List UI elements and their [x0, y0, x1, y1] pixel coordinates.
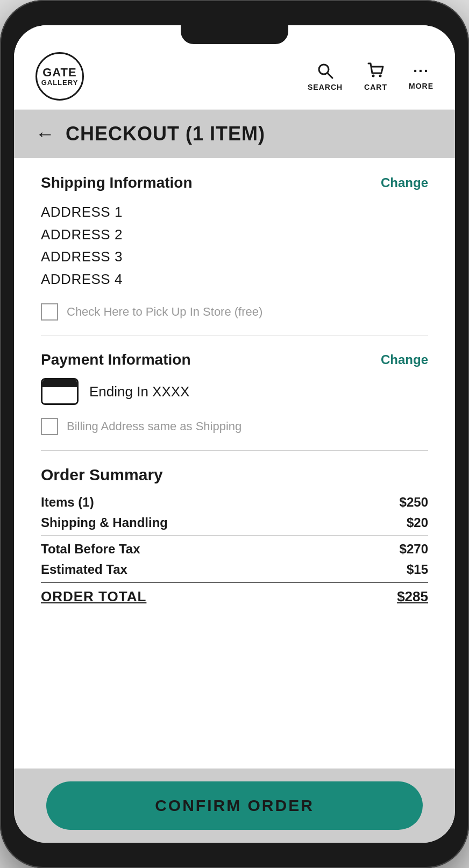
- shipping-section-header: Shipping Information Change: [41, 174, 428, 191]
- cart-label: CART: [364, 83, 387, 91]
- payment-row: Ending In XXXX: [41, 378, 428, 405]
- pickup-checkbox[interactable]: [41, 303, 58, 321]
- page-header: ← CHECKOUT (1 ITEM): [14, 110, 455, 158]
- subtotal-row: Total Before Tax $270: [41, 542, 428, 557]
- payment-section-header: Payment Information Change: [41, 351, 428, 368]
- main-content: Shipping Information Change ADDRESS 1 AD…: [14, 158, 455, 769]
- address-block: ADDRESS 1 ADDRESS 2 ADDRESS 3 ADDRESS 4: [41, 201, 428, 290]
- subtotal-divider: [41, 536, 428, 536]
- more-nav-item[interactable]: ··· MORE: [409, 62, 434, 90]
- confirm-button-label: CONFIRM ORDER: [155, 796, 314, 815]
- payment-divider: [41, 450, 428, 451]
- tax-label: Estimated Tax: [41, 562, 127, 577]
- subtotal-value: $270: [400, 542, 428, 557]
- items-row: Items (1) $250: [41, 495, 428, 510]
- search-icon: [316, 61, 335, 81]
- card-body: [42, 387, 77, 403]
- logo[interactable]: GATE GALLERY: [35, 52, 84, 101]
- more-dots-icon: ···: [413, 62, 429, 80]
- order-total-label: ORDER TOTAL: [41, 588, 146, 605]
- pickup-label: Check Here to Pick Up In Store (free): [67, 305, 262, 319]
- total-divider: [41, 582, 428, 583]
- order-summary-title: Order Summary: [41, 466, 428, 484]
- card-icon: [41, 378, 79, 405]
- search-nav-item[interactable]: SEARCH: [308, 61, 343, 91]
- logo-gate-text: GATE: [42, 66, 76, 79]
- more-label: MORE: [409, 82, 434, 90]
- nav-icons: SEARCH CART ··· MORE: [308, 61, 434, 91]
- confirm-order-button[interactable]: CONFIRM ORDER: [46, 781, 423, 830]
- address-line-1: ADDRESS 1: [41, 201, 428, 224]
- page-title: CHECKOUT (1 ITEM): [66, 123, 265, 145]
- svg-line-1: [328, 73, 332, 78]
- order-total-value: $285: [397, 588, 428, 605]
- svg-point-3: [379, 75, 381, 77]
- cart-nav-item[interactable]: CART: [364, 61, 387, 91]
- shipping-handling-value: $20: [407, 515, 428, 530]
- address-line-4: ADDRESS 4: [41, 268, 428, 291]
- items-label: Items (1): [41, 495, 94, 510]
- items-value: $250: [400, 495, 428, 510]
- address-line-2: ADDRESS 2: [41, 224, 428, 246]
- order-summary-table: Items (1) $250 Shipping & Handling $20 T…: [41, 495, 428, 605]
- pickup-checkbox-row: Check Here to Pick Up In Store (free): [41, 303, 428, 321]
- shipping-handling-label: Shipping & Handling: [41, 515, 168, 530]
- shipping-change-button[interactable]: Change: [381, 175, 428, 190]
- back-button[interactable]: ←: [35, 123, 55, 145]
- tax-value: $15: [407, 562, 428, 577]
- payment-title: Payment Information: [41, 351, 190, 368]
- svg-point-2: [372, 75, 374, 77]
- search-label: SEARCH: [308, 83, 343, 91]
- tax-row: Estimated Tax $15: [41, 562, 428, 577]
- billing-label: Billing Address same as Shipping: [67, 419, 241, 433]
- shipping-row: Shipping & Handling $20: [41, 515, 428, 530]
- bottom-bar: CONFIRM ORDER: [14, 769, 455, 843]
- subtotal-label: Total Before Tax: [41, 542, 140, 557]
- billing-checkbox-row: Billing Address same as Shipping: [41, 418, 428, 435]
- shipping-title: Shipping Information: [41, 174, 193, 191]
- shipping-divider: [41, 336, 428, 336]
- card-ending-text: Ending In XXXX: [89, 383, 189, 400]
- address-line-3: ADDRESS 3: [41, 246, 428, 268]
- order-total-row: ORDER TOTAL $285: [41, 588, 428, 605]
- cart-icon: [366, 61, 386, 81]
- payment-change-button[interactable]: Change: [381, 352, 428, 367]
- card-stripe: [42, 380, 77, 387]
- billing-checkbox[interactable]: [41, 418, 58, 435]
- logo-gallery-text: GALLERY: [41, 79, 79, 87]
